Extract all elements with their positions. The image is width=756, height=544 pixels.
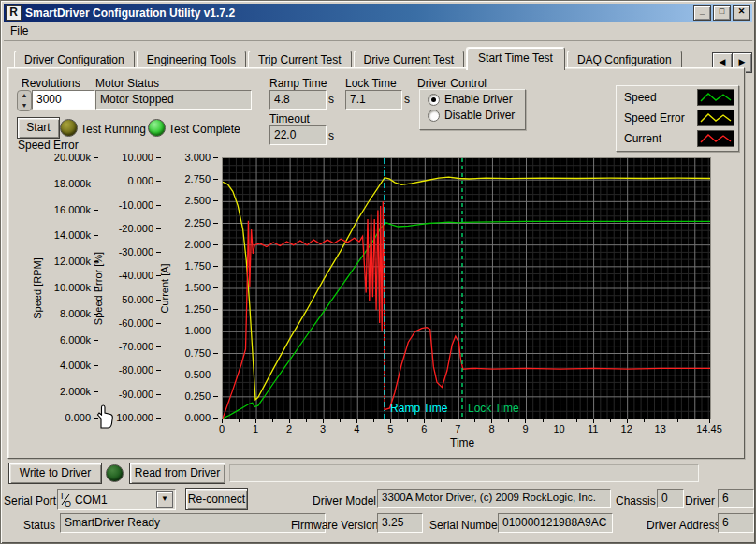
y-tick-mark <box>213 223 218 224</box>
x-minor-tick-mark <box>407 419 408 422</box>
x-tick-mark <box>323 419 324 423</box>
radio-disabled-icon[interactable] <box>428 110 440 122</box>
increment-icon[interactable]: ▲ <box>18 91 31 101</box>
disable-driver-option[interactable]: Disable Driver <box>428 109 525 122</box>
revolutions-stepper[interactable]: ▲ ▼ <box>17 90 32 111</box>
enable-driver-label: Enable Driver <box>444 93 513 106</box>
timeout-label: Timeout <box>269 112 310 125</box>
svg-text:I: I <box>61 492 64 501</box>
maximize-button[interactable]: □ <box>713 5 731 21</box>
x-tick-mark <box>424 419 425 423</box>
revolutions-label: Revolutions <box>22 77 80 90</box>
driver-model-label: Driver Model <box>313 494 376 507</box>
x-minor-tick-mark <box>373 419 374 422</box>
ramp-time-label: Ramp Time <box>269 77 327 90</box>
tab-drive-current-test[interactable]: Drive Current Test <box>354 51 464 68</box>
x-minor-tick-mark <box>677 419 678 422</box>
y-tick-mark <box>213 396 218 397</box>
menu-file[interactable]: File <box>4 22 35 39</box>
serial-port-value: COM1 <box>75 493 156 507</box>
decrement-icon[interactable]: ▼ <box>18 101 31 111</box>
chassis-display: 0 <box>657 489 684 508</box>
smartdriver-app: { "window": { "title": "SmartDriver Conf… <box>0 0 756 544</box>
tab-trip-current-test[interactable]: Trip Current Test <box>248 51 352 68</box>
y-tick-label: 14.000k <box>25 229 91 241</box>
app-window: R SmartDriver Configuration Utility v1.7… <box>0 0 756 544</box>
dropdown-arrow-icon[interactable]: ▼ <box>156 491 173 508</box>
x-tick-label: 6 <box>405 423 443 434</box>
y-tick-label: 1.000 <box>145 325 211 336</box>
x-minor-tick-mark <box>543 419 544 422</box>
y-tick-mark <box>213 331 218 331</box>
x-tick-mark <box>525 419 526 423</box>
legend-row-current[interactable]: Current <box>617 127 738 148</box>
y-tick-label: 10.000 <box>88 152 153 163</box>
y-tick-label: 2.750 <box>145 173 211 184</box>
tab-start-time-test[interactable]: Start Time Test <box>466 47 565 70</box>
legend-line-sample-icon <box>697 89 734 106</box>
y-tick-label: 0.500 <box>145 369 211 380</box>
chart-title: Speed Error <box>18 139 79 152</box>
minimize-button[interactable]: _ <box>693 5 711 21</box>
test-complete-label: Test Complete <box>168 123 240 136</box>
x-tick-mark <box>560 419 560 423</box>
y-tick-label: -70.000 <box>88 341 153 352</box>
y-tick-label: 2.000k <box>25 386 91 397</box>
app-icon: R <box>6 5 22 21</box>
x-tick-mark <box>222 419 223 423</box>
y-tick-label: -30.000 <box>88 246 153 257</box>
tab-engineering-tools[interactable]: Engineering Tools <box>137 51 246 68</box>
x-tick-label: 4 <box>338 423 375 434</box>
x-tick-label: 3 <box>304 423 342 434</box>
tab-driver-configuration[interactable]: Driver Configuration <box>14 51 135 68</box>
serial-port-combo[interactable]: I O COM1 ▼ <box>57 489 176 510</box>
x-tick-label: 0 <box>203 423 240 434</box>
y-tick-label: 2.250 <box>145 217 211 228</box>
legend-line-sample-icon <box>697 110 734 126</box>
comm-led-icon <box>106 464 124 482</box>
y-tick-label: 0.000 <box>145 412 211 423</box>
x-tick-label: 7 <box>439 423 476 434</box>
revolutions-field[interactable]: 3000 <box>32 90 95 110</box>
lock-time-display: 7.1 <box>345 90 402 110</box>
start-button[interactable]: Start <box>17 117 60 139</box>
svg-text:O: O <box>65 499 71 507</box>
y-tick-label: -60.000 <box>88 317 153 329</box>
y-tick-mark <box>156 228 161 229</box>
legend-row-speed[interactable]: Speed <box>617 86 738 107</box>
y-tick-mark <box>213 200 218 201</box>
legend-row-speed-error[interactable]: Speed Error <box>617 107 738 127</box>
x-tick-mark <box>356 419 357 423</box>
tab-daq-configuration[interactable]: DAQ Configuration <box>567 51 682 68</box>
x-tick-mark <box>390 419 391 423</box>
read-from-driver-button[interactable]: Read from Driver <box>129 463 225 484</box>
driver-display: 6 <box>718 489 754 508</box>
driver-label: Driver <box>685 494 715 507</box>
radio-enabled-icon[interactable] <box>428 94 440 106</box>
series-speed <box>223 221 710 419</box>
y-tick-mark <box>94 287 98 288</box>
legend-label: Current <box>624 132 697 145</box>
x-minor-tick-mark <box>239 419 240 422</box>
x-tick-mark <box>289 419 290 423</box>
driver-control-group: Enable Driver Disable Driver <box>419 89 526 130</box>
title-bar: R SmartDriver Configuration Utility v1.7… <box>4 4 752 22</box>
enable-driver-option[interactable]: Enable Driver <box>428 93 525 106</box>
y-tick-label: 4.000k <box>25 360 91 371</box>
y-tick-label: 20.000k <box>25 152 91 163</box>
x-tick-mark <box>491 419 492 423</box>
time-axis-label: Time <box>450 436 474 449</box>
test-running-led-icon <box>60 119 78 137</box>
message-strip <box>229 464 699 482</box>
window-title: SmartDriver Configuration Utility v1.7.2 <box>25 7 691 20</box>
x-minor-tick-mark <box>610 419 611 422</box>
y-tick-label: -80.000 <box>88 364 153 375</box>
x-tick-mark <box>661 419 662 423</box>
y-tick-mark <box>213 309 218 310</box>
status-display: SmartDriver Ready <box>60 513 326 533</box>
x-tick-label: 1 <box>237 423 274 434</box>
x-tick-label: 14.45 <box>691 423 728 434</box>
write-to-driver-button[interactable]: Write to Driver <box>8 463 102 484</box>
reconnect-button[interactable]: Re-connect <box>185 488 248 510</box>
close-button[interactable]: ✕ <box>733 5 750 21</box>
